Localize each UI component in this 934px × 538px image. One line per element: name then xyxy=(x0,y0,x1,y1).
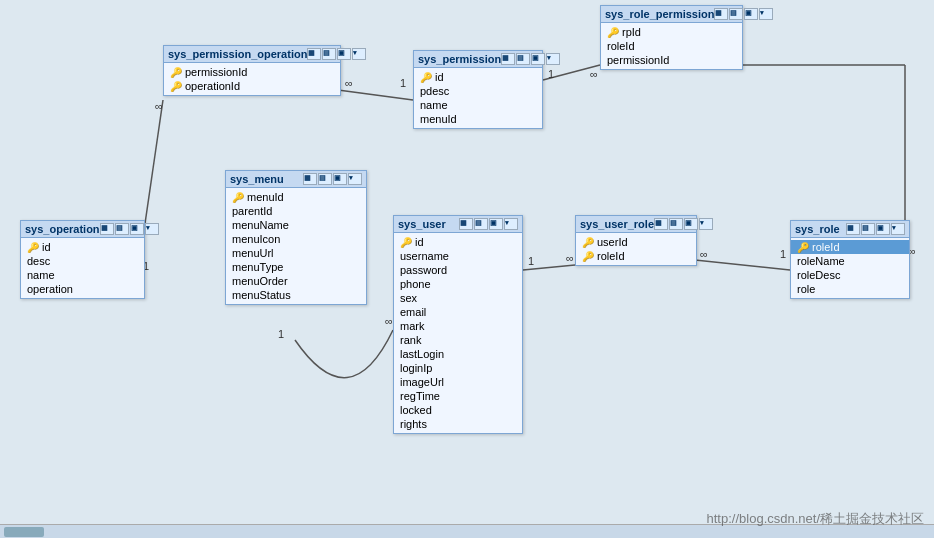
canvas: 1 ∞ ∞ 1 1 ∞ 1 ∞ 1 ∞ ∞ 1 ∞ ∞ sys_operatio… xyxy=(0,0,934,538)
table-rows-sys-permission-operation: 🔑 permissionId 🔑 operationId xyxy=(164,63,340,95)
table-row: 🔑 permissionId xyxy=(164,65,340,79)
field-roleDesc: roleDesc xyxy=(797,269,840,281)
toolbar-sys-permission-operation[interactable]: ▦ ▤ ▣ ▾ xyxy=(307,48,366,60)
field-id: id xyxy=(435,71,444,83)
table-rows-sys-role-permission: 🔑 rpId roleId permissionId xyxy=(601,23,742,69)
toolbar-btn-1[interactable]: ▦ xyxy=(654,218,668,230)
key-icon: 🔑 xyxy=(27,242,39,253)
table-rows-sys-user: 🔑 id username password phone sex email m… xyxy=(394,233,522,433)
table-row: 🔑 operationId xyxy=(164,79,340,93)
table-row: rights xyxy=(394,417,522,431)
table-row: locked xyxy=(394,403,522,417)
field-roleName: roleName xyxy=(797,255,845,267)
table-row: username xyxy=(394,249,522,263)
table-row: menuOrder xyxy=(226,274,366,288)
field-name: name xyxy=(27,269,55,281)
field-rpId: rpId xyxy=(622,26,641,38)
table-row: operation xyxy=(21,282,144,296)
toolbar-btn-3[interactable]: ▣ xyxy=(489,218,503,230)
toolbar-btn-1[interactable]: ▦ xyxy=(459,218,473,230)
toolbar-sys-operation[interactable]: ▦ ▤ ▣ ▾ xyxy=(100,223,159,235)
toolbar-sys-menu[interactable]: ▦ ▤ ▣ ▾ xyxy=(303,173,362,185)
table-row: menuIcon xyxy=(226,232,366,246)
toolbar-btn-4[interactable]: ▾ xyxy=(759,8,773,20)
watermark: http://blog.csdn.net/稀土掘金技术社区 xyxy=(707,510,924,528)
toolbar-sys-role-permission[interactable]: ▦ ▤ ▣ ▾ xyxy=(714,8,773,20)
table-row: parentId xyxy=(226,204,366,218)
svg-text:∞: ∞ xyxy=(590,68,598,80)
table-header-sys-menu: sys_menu ▦ ▤ ▣ ▾ xyxy=(226,171,366,188)
table-row: menuStatus xyxy=(226,288,366,302)
toolbar-btn-2[interactable]: ▤ xyxy=(669,218,683,230)
table-row: sex xyxy=(394,291,522,305)
toolbar-btn-3[interactable]: ▣ xyxy=(130,223,144,235)
toolbar-btn-1[interactable]: ▦ xyxy=(307,48,321,60)
toolbar-btn-1[interactable]: ▦ xyxy=(303,173,317,185)
table-row: 🔑 id xyxy=(414,70,542,84)
table-sys-permission: sys_permission ▦ ▤ ▣ ▾ 🔑 id pdesc name m… xyxy=(413,50,543,129)
toolbar-btn-4[interactable]: ▾ xyxy=(348,173,362,185)
field-regTime: regTime xyxy=(400,390,440,402)
table-row: 🔑 rpId xyxy=(601,25,742,39)
table-row: 🔑 userId xyxy=(576,235,696,249)
table-sys-permission-operation: sys_permission_operation ▦ ▤ ▣ ▾ 🔑 permi… xyxy=(163,45,341,96)
table-sys-role-permission: sys_role_permission ▦ ▤ ▣ ▾ 🔑 rpId roleI… xyxy=(600,5,743,70)
toolbar-btn-3[interactable]: ▣ xyxy=(684,218,698,230)
toolbar-btn-4[interactable]: ▾ xyxy=(504,218,518,230)
field-lastLogin: lastLogin xyxy=(400,348,444,360)
field-menuOrder: menuOrder xyxy=(232,275,288,287)
table-row: role xyxy=(791,282,909,296)
field-username: username xyxy=(400,250,449,262)
table-row: pdesc xyxy=(414,84,542,98)
toolbar-sys-user[interactable]: ▦ ▤ ▣ ▾ xyxy=(459,218,518,230)
field-locked: locked xyxy=(400,404,432,416)
toolbar-btn-2[interactable]: ▤ xyxy=(474,218,488,230)
toolbar-btn-2[interactable]: ▤ xyxy=(729,8,743,20)
table-sys-operation: sys_operation ▦ ▤ ▣ ▾ 🔑 id desc name ope… xyxy=(20,220,145,299)
scrollbar-thumb[interactable] xyxy=(4,527,44,537)
toolbar-btn-1[interactable]: ▦ xyxy=(100,223,114,235)
field-menuId: menuId xyxy=(247,191,284,203)
toolbar-sys-permission[interactable]: ▦ ▤ ▣ ▾ xyxy=(501,53,560,65)
toolbar-btn-2[interactable]: ▤ xyxy=(318,173,332,185)
toolbar-btn-4[interactable]: ▾ xyxy=(891,223,905,235)
toolbar-btn-1[interactable]: ▦ xyxy=(846,223,860,235)
toolbar-btn-4[interactable]: ▾ xyxy=(145,223,159,235)
toolbar-btn-2[interactable]: ▤ xyxy=(115,223,129,235)
table-title-sys-user-role: sys_user_role xyxy=(580,218,654,230)
toolbar-btn-1[interactable]: ▦ xyxy=(501,53,515,65)
toolbar-btn-4[interactable]: ▾ xyxy=(546,53,560,65)
toolbar-btn-4[interactable]: ▾ xyxy=(352,48,366,60)
svg-text:∞: ∞ xyxy=(385,315,393,327)
field-pdesc: pdesc xyxy=(420,85,449,97)
toolbar-btn-2[interactable]: ▤ xyxy=(516,53,530,65)
table-row: regTime xyxy=(394,389,522,403)
toolbar-btn-2[interactable]: ▤ xyxy=(861,223,875,235)
field-sex: sex xyxy=(400,292,417,304)
toolbar-btn-4[interactable]: ▾ xyxy=(699,218,713,230)
table-row: 🔑 roleId xyxy=(791,240,909,254)
field-loginIp: loginIp xyxy=(400,362,432,374)
toolbar-btn-1[interactable]: ▦ xyxy=(714,8,728,20)
toolbar-sys-role[interactable]: ▦ ▤ ▣ ▾ xyxy=(846,223,905,235)
table-header-sys-role: sys_role ▦ ▤ ▣ ▾ xyxy=(791,221,909,238)
field-id: id xyxy=(42,241,51,253)
table-sys-user: sys_user ▦ ▤ ▣ ▾ 🔑 id username password … xyxy=(393,215,523,434)
field-email: email xyxy=(400,306,426,318)
toolbar-sys-user-role[interactable]: ▦ ▤ ▣ ▾ xyxy=(654,218,713,230)
toolbar-btn-3[interactable]: ▣ xyxy=(876,223,890,235)
toolbar-btn-3[interactable]: ▣ xyxy=(744,8,758,20)
field-parentId: parentId xyxy=(232,205,272,217)
field-menuStatus: menuStatus xyxy=(232,289,291,301)
table-row: permissionId xyxy=(601,53,742,67)
toolbar-btn-3[interactable]: ▣ xyxy=(337,48,351,60)
table-title-sys-permission-operation: sys_permission_operation xyxy=(168,48,307,60)
toolbar-btn-2[interactable]: ▤ xyxy=(322,48,336,60)
svg-line-6 xyxy=(543,65,600,80)
toolbar-btn-3[interactable]: ▣ xyxy=(333,173,347,185)
field-roleId: roleId xyxy=(812,241,840,253)
table-row: desc xyxy=(21,254,144,268)
toolbar-btn-3[interactable]: ▣ xyxy=(531,53,545,65)
field-menuId: menuId xyxy=(420,113,457,125)
table-row: roleName xyxy=(791,254,909,268)
